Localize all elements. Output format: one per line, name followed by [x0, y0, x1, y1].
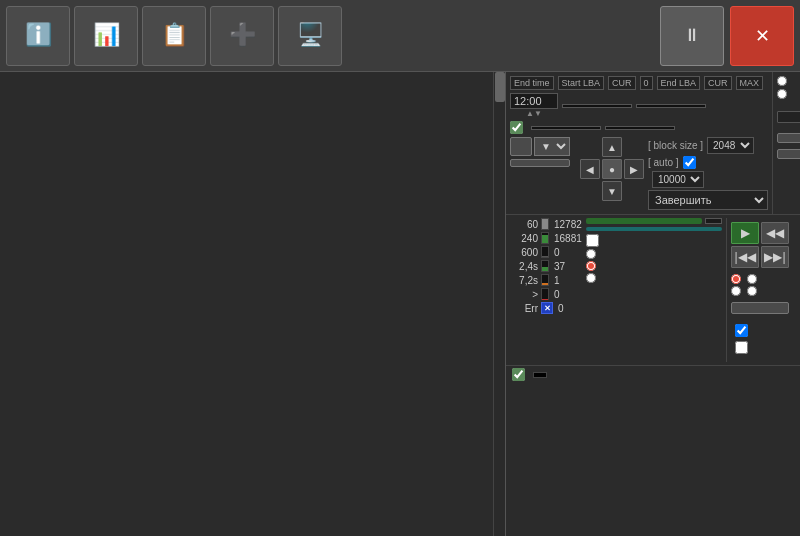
auto-checkbox[interactable]: [683, 156, 696, 169]
timing-72s-bar: [542, 283, 548, 285]
timing-err: Err ✕ 0: [510, 302, 582, 314]
erase-radio[interactable]: [747, 274, 757, 284]
scan-map-area: [0, 72, 505, 536]
scan-button[interactable]: [510, 137, 532, 156]
read-radio[interactable]: [586, 261, 596, 271]
info-button[interactable]: ℹ️: [6, 6, 70, 66]
timing-60-count: 12782: [554, 219, 582, 230]
main-layout: End time Start LBA CUR 0 End LBA CUR MAX…: [0, 72, 800, 536]
ignore-radio[interactable]: [731, 274, 741, 284]
timer-checkbox[interactable]: [510, 121, 523, 134]
led-indicators: [777, 111, 800, 123]
arrow-empty-tl: [580, 137, 600, 157]
info-icon: ℹ️: [25, 22, 52, 48]
timing-err-count: 0: [558, 303, 564, 314]
timing-60-bar: [542, 219, 548, 229]
repair-item: [731, 286, 743, 296]
timing-gt: > 0: [510, 288, 582, 300]
test-button[interactable]: ➕: [210, 6, 274, 66]
api-radio-item: [777, 76, 800, 86]
timing-24s: 2,4s 37: [510, 260, 582, 272]
journal-icon: 📋: [161, 22, 188, 48]
gb-percent-row: [586, 218, 722, 224]
timing-gt-count: 0: [554, 289, 560, 300]
update-item: [747, 286, 759, 296]
skip-start-button[interactable]: |◀◀: [731, 246, 759, 268]
recall-button[interactable]: [777, 149, 800, 159]
sleep-button[interactable]: [777, 133, 800, 143]
read-mode-group: [586, 234, 722, 283]
skip-end-button[interactable]: ▶▶|: [761, 246, 789, 268]
arrow-center-button[interactable]: ●: [602, 159, 622, 179]
blocksize-select[interactable]: 2048 512 4096: [707, 137, 754, 154]
scan-grid: [0, 72, 505, 536]
arrow-down-button[interactable]: ▼: [602, 181, 622, 201]
timing-600-label: 600: [510, 247, 538, 258]
scrollbar-thumb[interactable]: [495, 72, 505, 102]
timeout-select[interactable]: 10000 5000: [652, 171, 704, 188]
sound-item: [735, 324, 788, 337]
playback-controls: ▶ ◀◀ |◀◀ ▶▶|: [731, 222, 792, 268]
api-radio[interactable]: [777, 76, 787, 86]
pio-radio[interactable]: [777, 89, 787, 99]
timing-gt-bar-cont: [541, 288, 549, 300]
timing-240-count: 16881: [554, 233, 582, 244]
cur-value: 0: [640, 76, 653, 90]
write-radio[interactable]: [586, 273, 596, 283]
toolbar-right: ⏸ ✕: [660, 6, 794, 66]
right-panel: End time Start LBA CUR 0 End LBA CUR MAX…: [505, 72, 800, 536]
arrow-empty-bl: [580, 181, 600, 201]
erase-item: [747, 274, 759, 284]
quick-button[interactable]: [510, 159, 570, 167]
repair-radio[interactable]: [731, 286, 741, 296]
end-time-input[interactable]: [510, 93, 558, 109]
timing-col: 60 12782 240 16881 600 0 2,4s 37: [510, 218, 582, 362]
max-label: MAX: [736, 76, 764, 90]
time-input-group: ▲▼: [510, 93, 558, 118]
timing-gt-label: >: [510, 289, 538, 300]
scan-scrollbar[interactable]: [493, 72, 505, 536]
timing-600-count: 0: [554, 247, 560, 258]
auto-row: [ auto ]: [648, 156, 768, 169]
scan-dropdown[interactable]: ▼: [534, 137, 570, 156]
timing-72s-label: 7,2s: [510, 275, 538, 286]
editor-icon: 🖥️: [297, 22, 324, 48]
scan-btn-group: ▼: [510, 137, 570, 156]
timing-24s-bar: [542, 267, 548, 271]
sound-checkbox[interactable]: [735, 324, 748, 337]
auto-label: [ auto ]: [648, 157, 679, 168]
passp-button[interactable]: [731, 302, 789, 314]
action-row1: [731, 274, 792, 284]
side-panel-bottom: ▶ ◀◀ |◀◀ ▶▶|: [726, 218, 796, 362]
update-radio[interactable]: [747, 286, 757, 296]
arrow-left-button[interactable]: ◀: [580, 159, 600, 179]
speed-display: [586, 227, 722, 231]
ddd-checkbox[interactable]: [586, 234, 599, 247]
scan-quick-col: ▼: [510, 137, 570, 210]
hints-checkbox[interactable]: [735, 341, 748, 354]
play-button[interactable]: ▶: [731, 222, 759, 244]
timer-end-value: [605, 126, 675, 130]
action-radios: [731, 274, 792, 296]
timing-600-bar-cont: [541, 246, 549, 258]
rewind-button[interactable]: ◀◀: [761, 222, 789, 244]
arrow-right-button[interactable]: ▶: [624, 159, 644, 179]
grid-checkbox[interactable]: [512, 368, 525, 381]
write-radio-item: [586, 273, 722, 283]
stop-icon: ✕: [755, 25, 770, 47]
verif-radio[interactable]: [586, 249, 596, 259]
smart-button[interactable]: 📊: [74, 6, 138, 66]
pause-button[interactable]: ⏸: [660, 6, 724, 66]
blocksize-complete-col: [ block size ] 2048 512 4096 [ auto ]: [648, 137, 768, 210]
action-row2: [731, 286, 792, 296]
timing-24s-count: 37: [554, 261, 565, 272]
start-lba-value: [562, 104, 632, 108]
timing-60: 60 12782: [510, 218, 582, 230]
complete-select[interactable]: Завершить Перезапустить Выключить: [648, 190, 768, 210]
timer-input[interactable]: [531, 126, 601, 130]
arrow-up-button[interactable]: ▲: [602, 137, 622, 157]
editor-button[interactable]: 🖥️: [278, 6, 342, 66]
journal-button[interactable]: 📋: [142, 6, 206, 66]
stop-button[interactable]: ✕: [730, 6, 794, 66]
toolbar: ℹ️ 📊 📋 ➕ 🖥️ ⏸ ✕: [0, 0, 800, 72]
